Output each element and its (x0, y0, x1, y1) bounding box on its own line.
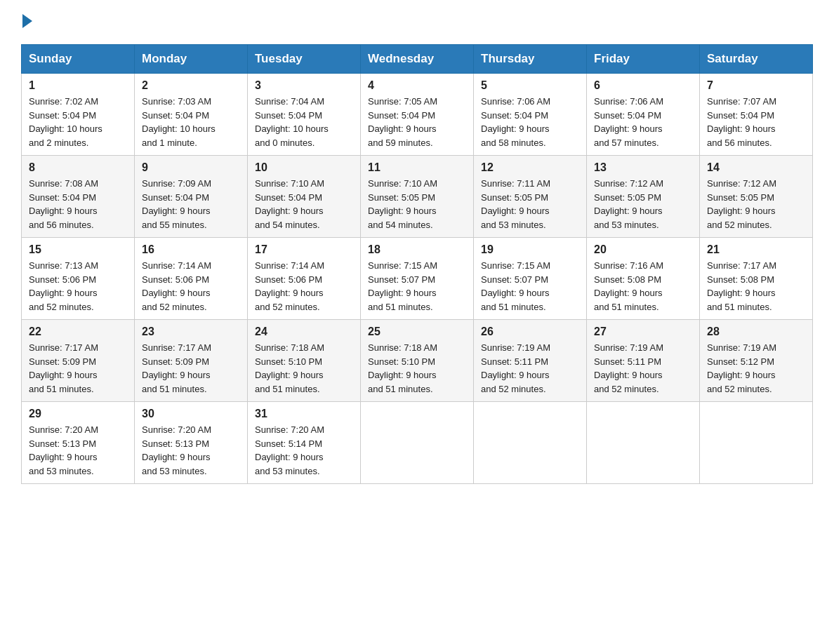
day-number: 13 (594, 161, 692, 174)
page-header (21, 14, 813, 32)
day-info: Sunrise: 7:20 AMSunset: 5:13 PMDaylight:… (29, 423, 127, 478)
day-info: Sunrise: 7:09 AMSunset: 5:04 PMDaylight:… (142, 177, 240, 232)
day-info: Sunrise: 7:15 AMSunset: 5:07 PMDaylight:… (481, 259, 579, 314)
day-header-wednesday: Wednesday (361, 45, 474, 74)
day-number: 20 (594, 243, 692, 256)
calendar-cell: 22Sunrise: 7:17 AMSunset: 5:09 PMDayligh… (22, 320, 135, 402)
calendar-table: SundayMondayTuesdayWednesdayThursdayFrid… (21, 44, 813, 484)
calendar-cell: 16Sunrise: 7:14 AMSunset: 5:06 PMDayligh… (135, 238, 248, 320)
calendar-cell: 27Sunrise: 7:19 AMSunset: 5:11 PMDayligh… (587, 320, 700, 402)
day-number: 15 (29, 243, 127, 256)
day-info: Sunrise: 7:19 AMSunset: 5:12 PMDaylight:… (707, 341, 805, 396)
calendar-cell: 29Sunrise: 7:20 AMSunset: 5:13 PMDayligh… (22, 402, 135, 484)
logo (21, 14, 32, 32)
day-number: 24 (255, 326, 353, 338)
day-number: 9 (142, 161, 240, 174)
day-number: 31 (255, 408, 353, 420)
day-header-friday: Friday (587, 45, 700, 74)
day-info: Sunrise: 7:07 AMSunset: 5:04 PMDaylight:… (707, 95, 805, 149)
day-info: Sunrise: 7:14 AMSunset: 5:06 PMDaylight:… (142, 259, 240, 314)
day-info: Sunrise: 7:03 AMSunset: 5:04 PMDaylight:… (142, 95, 240, 149)
day-info: Sunrise: 7:06 AMSunset: 5:04 PMDaylight:… (594, 95, 692, 149)
day-info: Sunrise: 7:12 AMSunset: 5:05 PMDaylight:… (594, 177, 692, 232)
day-header-saturday: Saturday (700, 45, 813, 74)
calendar-cell: 28Sunrise: 7:19 AMSunset: 5:12 PMDayligh… (700, 320, 813, 402)
day-info: Sunrise: 7:18 AMSunset: 5:10 PMDaylight:… (255, 341, 353, 396)
day-number: 21 (707, 243, 805, 256)
day-info: Sunrise: 7:02 AMSunset: 5:04 PMDaylight:… (29, 95, 127, 149)
day-number: 28 (707, 326, 805, 338)
day-number: 30 (142, 408, 240, 420)
calendar-cell: 17Sunrise: 7:14 AMSunset: 5:06 PMDayligh… (248, 238, 361, 320)
day-info: Sunrise: 7:17 AMSunset: 5:09 PMDaylight:… (29, 341, 127, 396)
calendar-cell: 1Sunrise: 7:02 AMSunset: 5:04 PMDaylight… (22, 74, 135, 156)
calendar-week-row: 1Sunrise: 7:02 AMSunset: 5:04 PMDaylight… (22, 74, 813, 156)
calendar-cell: 13Sunrise: 7:12 AMSunset: 5:05 PMDayligh… (587, 156, 700, 238)
day-number: 22 (29, 326, 127, 338)
calendar-week-row: 15Sunrise: 7:13 AMSunset: 5:06 PMDayligh… (22, 238, 813, 320)
calendar-cell: 11Sunrise: 7:10 AMSunset: 5:05 PMDayligh… (361, 156, 474, 238)
calendar-cell (587, 402, 700, 484)
day-info: Sunrise: 7:19 AMSunset: 5:11 PMDaylight:… (481, 341, 579, 396)
day-number: 25 (368, 326, 466, 338)
day-number: 17 (255, 243, 353, 256)
day-number: 26 (481, 326, 579, 338)
day-info: Sunrise: 7:12 AMSunset: 5:05 PMDaylight:… (707, 177, 805, 232)
day-number: 2 (142, 79, 240, 92)
day-number: 27 (594, 326, 692, 338)
day-number: 7 (707, 79, 805, 92)
calendar-cell: 31Sunrise: 7:20 AMSunset: 5:14 PMDayligh… (248, 402, 361, 484)
calendar-cell: 2Sunrise: 7:03 AMSunset: 5:04 PMDaylight… (135, 74, 248, 156)
calendar-cell: 21Sunrise: 7:17 AMSunset: 5:08 PMDayligh… (700, 238, 813, 320)
day-info: Sunrise: 7:15 AMSunset: 5:07 PMDaylight:… (368, 259, 466, 314)
day-info: Sunrise: 7:18 AMSunset: 5:10 PMDaylight:… (368, 341, 466, 396)
day-info: Sunrise: 7:08 AMSunset: 5:04 PMDaylight:… (29, 177, 127, 232)
day-info: Sunrise: 7:19 AMSunset: 5:11 PMDaylight:… (594, 341, 692, 396)
calendar-cell (361, 402, 474, 484)
day-number: 3 (255, 79, 353, 92)
day-info: Sunrise: 7:20 AMSunset: 5:13 PMDaylight:… (142, 423, 240, 478)
calendar-cell: 3Sunrise: 7:04 AMSunset: 5:04 PMDaylight… (248, 74, 361, 156)
calendar-cell: 14Sunrise: 7:12 AMSunset: 5:05 PMDayligh… (700, 156, 813, 238)
day-info: Sunrise: 7:20 AMSunset: 5:14 PMDaylight:… (255, 423, 353, 478)
day-number: 18 (368, 243, 466, 256)
calendar-cell: 18Sunrise: 7:15 AMSunset: 5:07 PMDayligh… (361, 238, 474, 320)
calendar-cell: 26Sunrise: 7:19 AMSunset: 5:11 PMDayligh… (474, 320, 587, 402)
day-number: 11 (368, 161, 466, 174)
calendar-week-row: 8Sunrise: 7:08 AMSunset: 5:04 PMDaylight… (22, 156, 813, 238)
day-number: 4 (368, 79, 466, 92)
calendar-cell: 4Sunrise: 7:05 AMSunset: 5:04 PMDaylight… (361, 74, 474, 156)
day-header-sunday: Sunday (22, 45, 135, 74)
day-info: Sunrise: 7:04 AMSunset: 5:04 PMDaylight:… (255, 95, 353, 149)
calendar-week-row: 22Sunrise: 7:17 AMSunset: 5:09 PMDayligh… (22, 320, 813, 402)
day-info: Sunrise: 7:06 AMSunset: 5:04 PMDaylight:… (481, 95, 579, 149)
day-header-thursday: Thursday (474, 45, 587, 74)
calendar-cell: 23Sunrise: 7:17 AMSunset: 5:09 PMDayligh… (135, 320, 248, 402)
day-info: Sunrise: 7:14 AMSunset: 5:06 PMDaylight:… (255, 259, 353, 314)
day-number: 10 (255, 161, 353, 174)
calendar-cell (700, 402, 813, 484)
day-header-tuesday: Tuesday (248, 45, 361, 74)
day-info: Sunrise: 7:16 AMSunset: 5:08 PMDaylight:… (594, 259, 692, 314)
calendar-cell: 6Sunrise: 7:06 AMSunset: 5:04 PMDaylight… (587, 74, 700, 156)
calendar-cell: 12Sunrise: 7:11 AMSunset: 5:05 PMDayligh… (474, 156, 587, 238)
day-number: 1 (29, 79, 127, 92)
day-header-monday: Monday (135, 45, 248, 74)
day-number: 23 (142, 326, 240, 338)
calendar-week-row: 29Sunrise: 7:20 AMSunset: 5:13 PMDayligh… (22, 402, 813, 484)
calendar-cell: 5Sunrise: 7:06 AMSunset: 5:04 PMDaylight… (474, 74, 587, 156)
day-number: 16 (142, 243, 240, 256)
day-number: 8 (29, 161, 127, 174)
day-info: Sunrise: 7:17 AMSunset: 5:08 PMDaylight:… (707, 259, 805, 314)
day-number: 6 (594, 79, 692, 92)
day-info: Sunrise: 7:13 AMSunset: 5:06 PMDaylight:… (29, 259, 127, 314)
day-info: Sunrise: 7:11 AMSunset: 5:05 PMDaylight:… (481, 177, 579, 232)
calendar-cell: 24Sunrise: 7:18 AMSunset: 5:10 PMDayligh… (248, 320, 361, 402)
day-info: Sunrise: 7:10 AMSunset: 5:04 PMDaylight:… (255, 177, 353, 232)
calendar-cell: 25Sunrise: 7:18 AMSunset: 5:10 PMDayligh… (361, 320, 474, 402)
calendar-cell: 30Sunrise: 7:20 AMSunset: 5:13 PMDayligh… (135, 402, 248, 484)
calendar-header-row: SundayMondayTuesdayWednesdayThursdayFrid… (22, 45, 813, 74)
calendar-cell: 7Sunrise: 7:07 AMSunset: 5:04 PMDaylight… (700, 74, 813, 156)
calendar-cell: 19Sunrise: 7:15 AMSunset: 5:07 PMDayligh… (474, 238, 587, 320)
calendar-cell: 8Sunrise: 7:08 AMSunset: 5:04 PMDaylight… (22, 156, 135, 238)
